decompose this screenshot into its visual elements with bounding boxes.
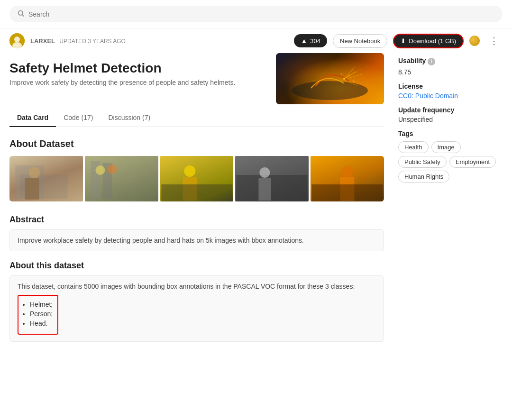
svg-point-5 (292, 81, 368, 100)
svg-point-9 (353, 81, 355, 82)
svg-rect-27 (237, 175, 308, 201)
class-item: Person; (30, 310, 53, 318)
svg-rect-18 (25, 178, 39, 200)
svg-rect-29 (259, 178, 271, 201)
user-info: LARXEL UPDATED 3 YEARS AGO (30, 37, 288, 45)
svg-point-24 (184, 165, 195, 177)
svg-point-28 (260, 167, 270, 178)
updated-text: UPDATED 3 YEARS AGO (59, 38, 126, 45)
class-item: Head. (30, 320, 53, 327)
tag[interactable]: Human Rights (398, 171, 449, 183)
download-label: Download (1 GB) (409, 37, 456, 45)
search-bar[interactable] (9, 6, 503, 22)
image-gallery (9, 156, 384, 201)
tag[interactable]: Health (398, 141, 429, 153)
more-icon: ⋮ (489, 36, 499, 46)
svg-point-23 (107, 164, 117, 174)
header-row: LARXEL UPDATED 3 YEARS AGO ▲ 304 New Not… (0, 28, 512, 53)
tag[interactable]: Public Safety (398, 156, 447, 168)
gallery-image-1 (9, 156, 83, 201)
info-icon[interactable]: i (428, 58, 435, 65)
update-freq-section: Update frequency Unspecified (398, 106, 503, 123)
svg-point-17 (28, 167, 40, 178)
tags-section: Tags HealthImagePublic SafetyEmploymentH… (398, 130, 503, 183)
upvote-icon: ▲ (301, 37, 307, 45)
username: LARXEL (30, 37, 55, 45)
search-icon (17, 9, 25, 18)
new-notebook-label: New Notebook (340, 37, 380, 45)
tab-code[interactable]: Code (17) (56, 109, 101, 127)
search-wrapper (0, 0, 512, 28)
main-container: Safety Helmet Detection Improve work saf… (0, 53, 512, 351)
coin-icon (469, 36, 480, 46)
update-freq-value: Unspecified (398, 116, 503, 123)
license-label: License (398, 82, 503, 90)
svg-line-13 (345, 67, 355, 78)
tag[interactable]: Employment (449, 156, 496, 168)
svg-point-3 (14, 37, 20, 42)
abstract-box: Improve workplace safety by detecting pe… (9, 229, 384, 251)
about-this-dataset-title: About this dataset (9, 261, 384, 271)
about-dataset-description: This dataset, contains 5000 images with … (18, 283, 376, 290)
abstract-title: Abstract (9, 215, 384, 225)
svg-point-8 (341, 73, 342, 74)
usability-value: 8.75 (398, 68, 503, 76)
gallery-image-2 (85, 156, 158, 201)
usability-section: Usability i 8.75 (398, 57, 503, 76)
download-button[interactable]: ⬇ Download (1 GB) (393, 34, 464, 48)
license-section: License CC0: Public Domain (398, 82, 503, 100)
svg-point-0 (18, 11, 23, 15)
svg-rect-32 (312, 184, 383, 201)
svg-line-1 (22, 15, 24, 17)
gallery-image-5 (311, 156, 384, 201)
tab-data-card[interactable]: Data Card (9, 109, 56, 127)
svg-point-30 (342, 166, 353, 177)
gallery-image-3 (160, 156, 234, 201)
vote-count: 304 (310, 37, 320, 45)
about-dataset-section: About Dataset (9, 138, 384, 201)
search-input[interactable] (28, 10, 495, 18)
download-icon: ⬇ (401, 37, 406, 45)
tabs: Data Card Code (17) Discussion (7) (9, 109, 384, 127)
usability-label: Usability (398, 57, 426, 64)
avatar (9, 33, 25, 48)
svg-point-22 (95, 165, 105, 175)
hero-image (276, 53, 384, 104)
tags-label: Tags (398, 130, 503, 137)
vote-button[interactable]: ▲ 304 (294, 34, 327, 47)
tag[interactable]: Image (431, 141, 461, 153)
more-options-button[interactable]: ⋮ (485, 33, 503, 48)
svg-rect-26 (161, 184, 232, 201)
tab-discussion[interactable]: Discussion (7) (101, 109, 158, 127)
license-link[interactable]: CC0: Public Domain (398, 92, 458, 100)
update-freq-label: Update frequency (398, 106, 503, 114)
about-dataset-box: This dataset, contains 5000 images with … (9, 275, 384, 342)
tags-container: HealthImagePublic SafetyEmploymentHuman … (398, 141, 503, 183)
gallery-image-4 (235, 156, 309, 201)
right-panel: Usability i 8.75 License CC0: Public Dom… (398, 53, 503, 342)
svg-line-14 (348, 74, 363, 78)
abstract-section: Abstract Improve workplace safety by det… (9, 215, 384, 251)
new-notebook-button[interactable]: New Notebook (333, 34, 387, 48)
left-panel: Safety Helmet Detection Improve work saf… (9, 53, 384, 342)
classes-list: Helmet;Person;Head. (18, 295, 58, 335)
abstract-text: Improve workplace safety by detecting pe… (18, 237, 304, 244)
about-this-dataset-section: About this dataset This dataset, contain… (9, 261, 384, 342)
class-item: Helmet; (30, 301, 53, 308)
about-section-title: About Dataset (9, 138, 384, 149)
svg-line-11 (347, 69, 361, 77)
